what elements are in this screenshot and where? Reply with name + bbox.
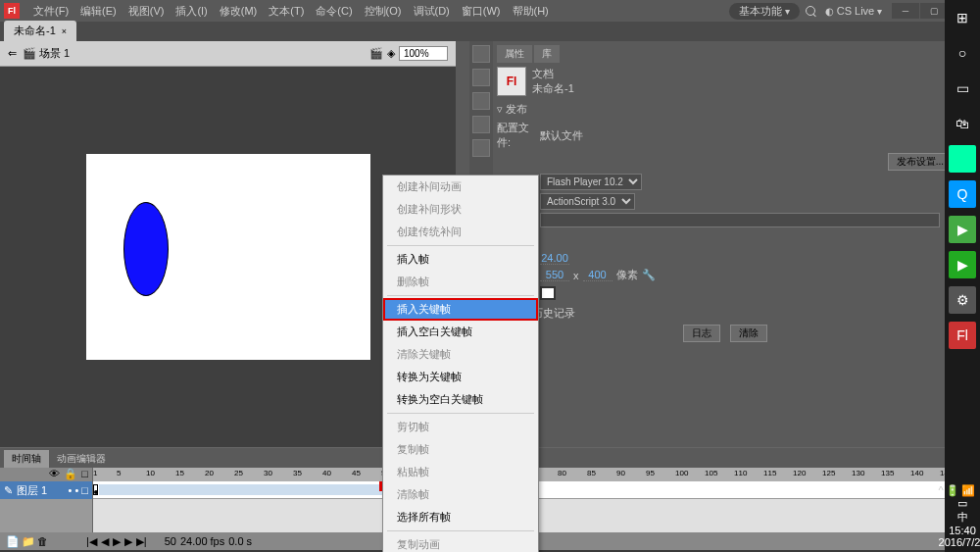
window-minimize[interactable]: ─ [892,3,919,19]
menu-commands[interactable]: 命令(C) [310,4,358,19]
app-icon-5[interactable]: ⚙ [949,286,976,314]
cortana-icon[interactable]: ○ [949,39,976,67]
ellipse-shape[interactable] [123,202,169,296]
panel-icon-5[interactable] [472,139,490,157]
goto-first-icon[interactable]: |◀ [86,535,97,548]
workspace-switcher[interactable]: 基本功能 ▾ [729,3,800,20]
library-tab[interactable]: 库 [534,45,560,63]
menu-help[interactable]: 帮助(H) [507,4,555,19]
ctx-item-7[interactable]: 插入关键帧 [383,298,538,321]
play-icon[interactable]: ▶ [113,535,121,548]
ctx-item-13: 剪切帧 [383,416,538,438]
panel-icon-2[interactable] [472,69,490,86]
back-icon[interactable]: ⇐ [8,47,17,60]
delete-layer-icon[interactable]: 🗑 [37,535,49,547]
goto-last-icon[interactable]: ▶| [136,535,147,548]
publish-settings-button[interactable]: 发布设置... [888,153,953,171]
ruler-tick: 35 [293,469,302,477]
app-icon-3[interactable]: ▶ [949,216,976,243]
class-input[interactable] [540,213,940,227]
tab-close-icon[interactable]: × [62,26,67,36]
motion-editor-tab[interactable]: 动画编辑器 [49,450,114,468]
current-time: 0.0 s [228,535,252,547]
player-select[interactable]: Flash Player 10.2 [540,174,642,190]
ime-indicator[interactable]: ▭ [939,497,980,510]
ruler-tick: 115 [763,469,776,477]
taskbar-time: 15:40 [939,525,980,536]
app-logo: Fl [4,3,20,19]
search-icon[interactable] [806,6,815,16]
ime-lang[interactable]: 中 [939,510,980,525]
ruler-tick: 5 [117,469,121,477]
ruler-tick: 90 [616,469,625,477]
scene-label: 🎬 场景 1 [23,46,70,61]
menu-text[interactable]: 文本(T) [263,4,310,19]
menu-insert[interactable]: 插入(I) [170,4,213,19]
step-forward-icon[interactable]: ▶ [124,535,132,548]
ctx-item-10[interactable]: 转换为关键帧 [383,366,538,388]
menu-control[interactable]: 控制(O) [359,4,408,19]
menu-debug[interactable]: 调试(D) [408,4,456,19]
script-select[interactable]: ActionScript 3.0 [540,193,635,210]
menu-file[interactable]: 文件(F) [27,4,74,19]
height-input[interactable]: 400 [583,269,612,281]
fps-input[interactable]: 24.00 [540,252,569,265]
ruler-tick: 40 [322,469,331,477]
menu-window[interactable]: 窗口(W) [456,4,507,19]
taskbar-date: 2016/7/21 [939,536,980,548]
ruler-tick: 25 [234,469,243,477]
history-clear-button[interactable]: 清除 [730,325,767,342]
ruler-tick: 140 [910,469,923,477]
width-input[interactable]: 550 [540,269,569,281]
menu-edit[interactable]: 编辑(E) [74,4,122,19]
new-folder-icon[interactable]: 📁 [22,535,33,547]
window-maximize[interactable]: ▢ [920,3,948,19]
store-icon[interactable]: 🛍 [949,110,976,137]
ctx-item-2: 创建传统补间 [383,221,538,243]
app-icon-1[interactable] [949,145,976,173]
ctx-item-9: 清除关键帧 [383,343,538,366]
ctx-item-4[interactable]: 插入帧 [383,248,538,271]
app-icon-4[interactable]: ▶ [949,251,976,278]
edit-scene-icon[interactable]: 🎬 [369,47,383,60]
flash-taskbar-icon[interactable]: Fl [949,322,976,349]
tray-net-icon[interactable]: 📶 [961,484,975,497]
ruler-tick: 135 [881,469,894,477]
keyframe-1[interactable] [93,484,98,495]
edit-symbol-icon[interactable]: ◈ [387,47,395,60]
taskview-icon[interactable]: ▭ [949,75,976,102]
ctx-item-1: 创建补间形状 [383,198,538,221]
cslive-button[interactable]: ◐ CS Live ▾ [821,5,886,17]
new-layer-icon[interactable]: 📄 [6,535,18,547]
step-back-icon[interactable]: ◀ [101,535,109,548]
size-edit-icon[interactable]: 🔧 [642,269,656,281]
win-start-icon[interactable]: ⊞ [949,4,976,31]
zoom-input[interactable] [399,46,448,61]
tray-battery-icon[interactable]: 🔋 [946,484,959,497]
profile-value: 默认文件 [540,128,583,143]
ruler-tick: 1 [93,469,97,477]
layer-row[interactable]: ✎图层 1 • • □ [0,481,92,499]
history-log-button[interactable]: 日志 [683,325,720,342]
ruler-tick: 100 [675,469,688,477]
panel-icon-1[interactable] [472,45,490,63]
ctx-item-11[interactable]: 转换为空白关键帧 [383,388,538,411]
menu-view[interactable]: 视图(V) [122,4,171,19]
ctx-item-16: 清除帧 [383,483,538,506]
document-tab[interactable]: 未命名-1× [4,21,76,41]
panel-icon-3[interactable] [472,92,490,110]
timeline-tab[interactable]: 时间轴 [4,450,49,468]
menu-modify[interactable]: 修改(M) [214,4,264,19]
tray-up-icon[interactable]: ^ [939,484,944,497]
ctx-item-17[interactable]: 选择所有帧 [383,506,538,528]
ruler-tick: 15 [175,469,184,477]
stage-canvas[interactable] [86,154,370,360]
panel-icon-4[interactable] [472,116,490,133]
properties-tab[interactable]: 属性 [497,45,532,63]
frame-span[interactable] [99,484,383,495]
ctx-item-8[interactable]: 插入空白关键帧 [383,321,538,343]
stage-color-swatch[interactable] [540,286,556,300]
app-icon-2[interactable]: Q [949,180,976,208]
ruler-tick: 95 [646,469,655,477]
publish-section-header[interactable]: 发布 [506,102,527,117]
